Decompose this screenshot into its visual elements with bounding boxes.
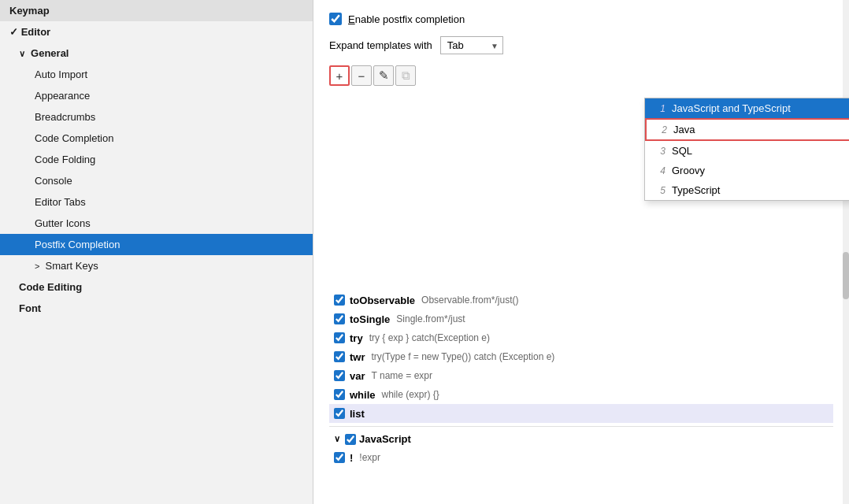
enable-postfix-checkbox[interactable] [329,13,342,25]
smart-keys-chevron: > [35,261,42,271]
try-checkbox[interactable] [334,332,345,343]
main-content: Enable postfix completion Expand templat… [313,0,849,504]
sidebar-item-breadcrumbs[interactable]: Breadcrumbs [0,106,313,128]
tosingle-val: Single.from*/just [396,313,465,324]
while-key: while [350,389,376,401]
dropdown-label-java: Java [673,124,695,135]
keymap-label: Keymap [9,5,50,17]
code-folding-label: Code Folding [35,154,95,165]
toolbar: + − ✎ ⧉ [329,65,833,86]
auto-import-label: Auto Import [35,69,87,80]
expand-templates-label: Expand templates with [329,39,432,51]
tosingle-checkbox[interactable] [334,313,345,324]
javascript-chevron: ∨ [334,434,340,444]
language-dropdown: 1 JavaScript and TypeScript 2 Java 3 SQL… [644,98,849,201]
edit-button[interactable]: ✎ [373,65,394,86]
gutter-icons-label: Gutter Icons [35,217,91,229]
toobservable-val: Observable.from*/just() [421,295,518,306]
table-row-list: list [329,404,833,423]
try-val: try { exp } catch(Exception e) [369,332,490,343]
table-row-toobservable: toObservable Observable.from*/just() [329,291,833,309]
try-key: try [350,332,363,344]
scrollbar-track[interactable] [843,0,849,504]
sidebar-item-keymap[interactable]: Keymap [0,0,313,21]
settings-sidebar: Keymap ✓ Editor ∨ General Auto Import Ap… [0,0,313,504]
appearance-label: Appearance [35,90,90,102]
sidebar-item-appearance[interactable]: Appearance [0,85,313,106]
postfix-completion-label: Postfix Completion [35,239,120,250]
sidebar-item-postfix-completion[interactable]: Postfix Completion [0,234,313,255]
table-row-exclaim: ! !expr [329,448,833,467]
twr-val: try(Type f = new Type()) catch (Exceptio… [372,351,555,362]
add-button[interactable]: + [329,65,350,86]
sidebar-item-font[interactable]: Font [0,298,313,319]
javascript-section-header: ∨ JavaScript [329,430,833,448]
var-checkbox[interactable] [334,370,345,381]
twr-checkbox[interactable] [334,351,345,362]
table-row-twr: twr try(Type f = new Type()) catch (Exce… [329,347,833,366]
javascript-section-label: JavaScript [359,433,411,445]
table-row-var: var T name = expr [329,366,833,385]
editor-check: ✓ [9,26,21,38]
sidebar-item-code-editing[interactable]: Code Editing [0,276,313,298]
general-chevron: ∨ [19,49,28,58]
editor-label: Editor [21,26,51,38]
sidebar-item-smart-keys[interactable]: > Smart Keys [0,255,313,276]
var-val: T name = expr [372,370,432,381]
expand-templates-select[interactable]: Tab Space Enter [440,36,503,54]
exclaim-key: ! [350,452,353,464]
dropdown-item-typescript[interactable]: 5 TypeScript [645,180,849,200]
dropdown-item-groovy[interactable]: 4 Groovy [645,161,849,180]
sidebar-item-gutter-icons[interactable]: Gutter Icons [0,213,313,234]
dropdown-label-groovy: Groovy [672,165,705,176]
general-label: General [31,47,69,59]
table-row-while: while while (expr) {} [329,385,833,404]
sidebar-item-code-folding[interactable]: Code Folding [0,149,313,170]
javascript-section-checkbox[interactable] [345,434,356,445]
exclaim-checkbox[interactable] [334,452,345,463]
twr-key: twr [350,351,365,363]
sidebar-item-general[interactable]: ∨ General [0,43,313,64]
remove-button[interactable]: − [351,65,372,86]
expand-select-wrapper[interactable]: Tab Space Enter [440,36,503,54]
sidebar-item-editor-tabs[interactable]: Editor Tabs [0,191,313,213]
list-key: list [350,408,365,420]
while-checkbox[interactable] [334,389,345,400]
table-row-tosingle: toSingle Single.from*/just [329,309,833,328]
sidebar-item-auto-import[interactable]: Auto Import [0,64,313,85]
toobservable-checkbox[interactable] [334,295,345,306]
sidebar-item-code-completion[interactable]: Code Completion [0,128,313,149]
template-table: toObservable Observable.from*/just() toS… [329,291,833,467]
table-row-try: try try { exp } catch(Exception e) [329,328,833,347]
smart-keys-label: Smart Keys [45,260,98,272]
enable-postfix-row: Enable postfix completion [329,13,833,25]
scrollbar-thumb[interactable] [843,252,849,299]
code-completion-label: Code Completion [35,132,113,144]
editor-tabs-label: Editor Tabs [35,196,86,208]
list-checkbox[interactable] [334,408,345,419]
dropdown-label-typescript: TypeScript [672,184,720,196]
var-key: var [350,370,365,382]
dropdown-item-js-ts[interactable]: 1 JavaScript and TypeScript [645,98,849,118]
toobservable-key: toObservable [350,295,415,306]
while-val: while (expr) {} [382,389,439,400]
font-label: Font [19,302,41,314]
dropdown-label-sql: SQL [672,145,692,157]
enable-postfix-label[interactable]: Enable postfix completion [348,13,465,25]
exclaim-val: !expr [359,452,380,463]
section-separator [329,426,833,427]
breadcrumbs-label: Breadcrumbs [35,111,95,123]
sidebar-item-editor[interactable]: ✓ Editor [0,21,313,43]
expand-templates-row: Expand templates with Tab Space Enter [329,36,833,54]
copy-button[interactable]: ⧉ [395,65,416,86]
dropdown-item-java[interactable]: 2 Java [645,118,849,141]
code-editing-label: Code Editing [19,281,82,293]
console-label: Console [35,175,72,187]
sidebar-item-console[interactable]: Console [0,170,313,191]
tosingle-key: toSingle [350,313,390,325]
dropdown-item-sql[interactable]: 3 SQL [645,141,849,161]
dropdown-label-js-ts: JavaScript and TypeScript [672,102,791,114]
